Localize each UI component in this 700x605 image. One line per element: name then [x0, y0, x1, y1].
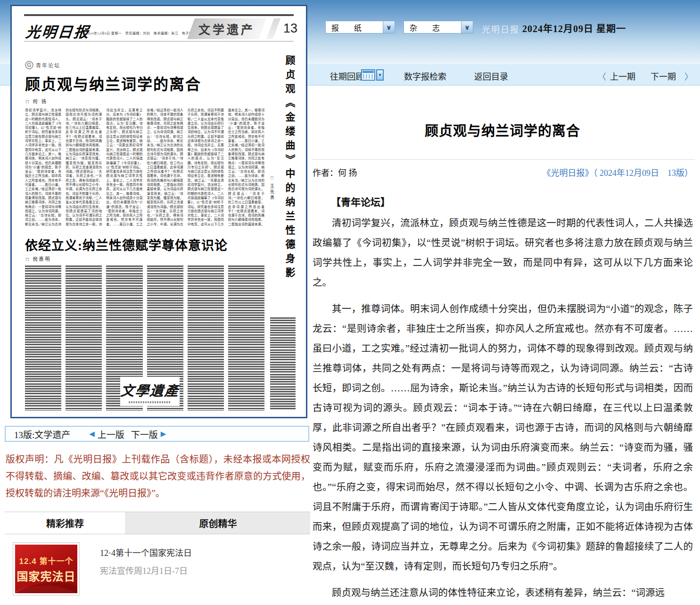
back-to-contents-link[interactable]: 返回目录: [474, 70, 508, 82]
prev-issue-link[interactable]: 上一期: [610, 70, 635, 82]
issue-date: 2024年12月09日 星期一: [522, 21, 626, 35]
side-article: □ 王先勇 顾贞观《金缕曲》中的纳兰性德身影: [269, 55, 296, 312]
paper-select[interactable]: 报 纸 ∨: [325, 21, 395, 33]
calendar-picker[interactable]: ▼: [361, 69, 384, 81]
chevron-down-icon[interactable]: ∨: [461, 21, 473, 33]
thumb-line2: 国家宪法日: [17, 567, 76, 584]
recommendation-tabs: 精彩推荐 原创精华: [5, 512, 310, 534]
calendar-icon[interactable]: [361, 69, 375, 81]
simulated-text-column: [228, 265, 264, 411]
newspaper-second-author: □ 倪惠明: [26, 255, 51, 262]
chevron-down-icon[interactable]: ∨: [383, 21, 395, 33]
g-circle-icon: G: [25, 61, 33, 69]
column-logo-label: 青年论坛: [36, 61, 60, 69]
thumb-line1: 12.4 第十一个: [19, 555, 74, 566]
digital-search-link[interactable]: 数字报检索: [404, 70, 446, 82]
page-label: 13版:文学遗产: [14, 428, 70, 440]
paper-select-value: 报 纸: [326, 22, 368, 33]
section-banner-label: 文学遗产: [198, 20, 255, 37]
newspaper-page-number: 13: [283, 21, 297, 36]
next-page-link[interactable]: 下一版: [131, 428, 158, 440]
side-article-author: □ 王先勇: [269, 175, 275, 312]
calligraphy-block: 文學遺產: [120, 377, 180, 406]
digital-newspaper-page: 报 纸 ∨ 杂 志 ∨ 光明日报 2024年12月09日 星期一 往期回顾 ▼ …: [0, 0, 700, 605]
simulated-text-column: [66, 265, 102, 411]
section-banner: 文学遗产: [187, 18, 266, 39]
constitution-day-image: 12.4 第十一个 国家宪法日: [15, 545, 77, 593]
article-paragraph: 顾贞观与纳兰还注意从词的体性特征来立论，表述稍有差异，纳兰云：“词源远: [313, 583, 693, 603]
copyright-notice: 版权声明：凡《光明日报》上刊载作品（含标题），未经本报或本网授权不得转载、摘编、…: [6, 451, 310, 502]
page-navigation-bar: 13版:文学遗产 ◀ 上一版 下一版 ▶: [5, 426, 309, 442]
calendar-dropdown-icon[interactable]: ▼: [376, 69, 384, 81]
promo-thumbnail[interactable]: 12.4 第十一个 国家宪法日: [13, 542, 80, 596]
article-paragraph: 清初词学复兴，流派林立，顾贞观与纳兰性德是这一时期的代表性词人，二人共操选政编纂…: [313, 213, 693, 292]
prev-page-arrow-icon[interactable]: ◀: [89, 430, 95, 438]
simulated-text-column: [270, 317, 296, 410]
simulated-text-column: [25, 265, 61, 411]
magazine-select[interactable]: 杂 志 ∨: [404, 21, 473, 33]
masthead-rule: [24, 14, 294, 16]
prev-page-link[interactable]: 上一版: [98, 428, 124, 440]
newspaper-page-image[interactable]: 光明日报 2024年12月9日 星期一 责任编辑：刘剑 美术编辑：朱江 电子邮箱…: [10, 5, 307, 418]
article-divider: [311, 159, 695, 160]
article-body: 清初词学复兴，流派林立，顾贞观与纳兰性德是这一时期的代表性词人，二人共操选政编纂…: [313, 213, 693, 605]
prev-issue-chevron-icon[interactable]: 〈: [598, 70, 606, 82]
column-logo: G 青年论坛: [25, 61, 60, 69]
tab-recommended[interactable]: 精彩推荐: [5, 512, 125, 534]
masthead-underline: [24, 41, 294, 41]
next-page-arrow-icon[interactable]: ▶: [161, 430, 166, 438]
newspaper-second-headline: 依经立义:纳兰性德赋学尊体意识论: [25, 235, 228, 254]
site-name: 光明日报: [482, 23, 519, 35]
promo-title-link[interactable]: 12·4第十一个国家宪法日: [100, 546, 192, 558]
next-issue-link[interactable]: 下一期: [651, 70, 676, 82]
tab-original[interactable]: 原创精华: [125, 512, 310, 534]
calligraphy-text: 文學遺產: [120, 380, 180, 399]
newspaper-article-columns: 清初词学复兴，流派林立，顾贞观与纳兰性德是这一时期的代表性词人，二人共操选政编纂…: [25, 108, 264, 229]
magazine-select-value: 杂 志: [404, 22, 446, 33]
simulated-text-column: [188, 265, 224, 411]
section-banner-slant: [266, 18, 280, 39]
calligraphy-caption: [129, 401, 171, 403]
article-column-tag: 【青年论坛】: [331, 194, 390, 208]
side-article-headline: 顾贞观《金缕曲》中的纳兰性德身影: [282, 55, 296, 312]
article-paragraph: 其一，推尊词体。明末词人创作成绩十分突出，但仍未摆脱词为“小道”的观念，陈子龙云…: [313, 299, 693, 576]
newspaper-masthead: 光明日报: [25, 20, 91, 41]
article-source: 《光明日报》（ 2024年12月09日 13版）: [311, 166, 693, 178]
newspaper-main-headline: 顾贞观与纳兰词学的离合: [25, 72, 201, 94]
article-title: 顾贞观与纳兰词学的离合: [311, 120, 694, 140]
back-issues-link[interactable]: 往期回顾: [330, 70, 364, 82]
next-issue-chevron-icon[interactable]: 〉: [684, 70, 693, 82]
promo-subtitle: 宪法宣传周12月1日-7日: [100, 564, 188, 576]
newspaper-main-author: □ 何 扬: [26, 98, 48, 105]
